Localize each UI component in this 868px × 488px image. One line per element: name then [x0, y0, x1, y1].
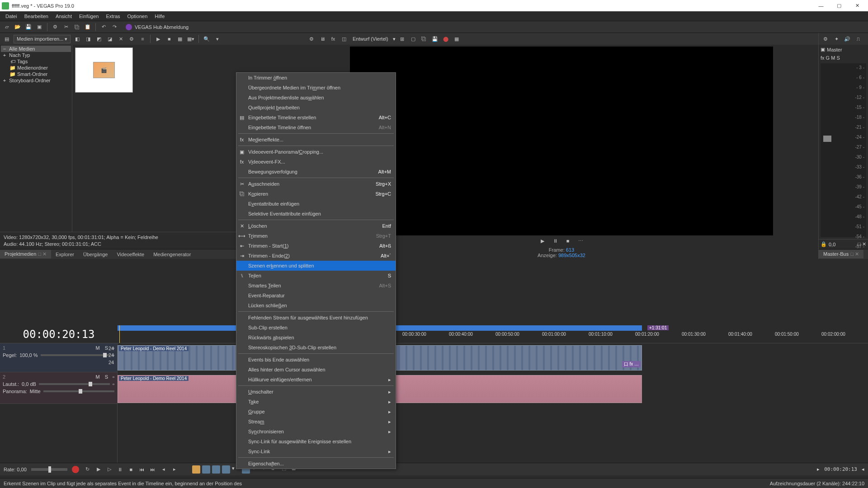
- media-thumb[interactable]: 🎬: [75, 47, 133, 93]
- marker-in-icon[interactable]: ▸: [817, 466, 820, 472]
- track2-more-icon[interactable]: ▫: [113, 381, 114, 387]
- ctx-trim-start[interactable]: ⇤Trimmen - Start(1)Alt+ß: [236, 241, 396, 251]
- tool-2[interactable]: [212, 465, 220, 474]
- properties-icon[interactable]: ⚙: [51, 23, 59, 31]
- pv-external-icon[interactable]: 🖥: [318, 35, 326, 43]
- media-tb-2[interactable]: ◨: [84, 35, 92, 43]
- pv-fx-icon[interactable]: fx: [329, 35, 337, 43]
- track2-fx-icon[interactable]: ▫: [113, 374, 114, 380]
- copy-icon[interactable]: ⿻: [73, 23, 81, 31]
- lock-icon[interactable]: 🔒: [821, 241, 827, 247]
- timeline-ruler[interactable]: +1:31:01 00:00:30:0000:00:40:0000:00:50:…: [118, 325, 868, 343]
- ctx-envelope[interactable]: Hüllkurve einfügen/entfernen▸: [236, 375, 396, 385]
- ctx-sync[interactable]: Synchronisieren▸: [236, 427, 396, 436]
- menu-options[interactable]: Optionen: [124, 12, 151, 20]
- save-icon[interactable]: 💾: [24, 23, 33, 31]
- pv-play-icon[interactable]: ▶: [538, 237, 547, 245]
- media-tb-3[interactable]: ◩: [95, 35, 103, 43]
- track1-ms[interactable]: M S: [96, 345, 110, 351]
- open-icon[interactable]: 📂: [14, 23, 22, 31]
- ctx-select-after-cursor[interactable]: Alles hinter dem Cursor auswählen: [236, 365, 396, 375]
- ctx-copy[interactable]: ⿻KopierenStrg+C: [236, 189, 396, 199]
- menu-file[interactable]: Datei: [2, 12, 21, 20]
- menu-view[interactable]: Ansicht: [52, 12, 75, 20]
- ctx-motion-track[interactable]: BewegungsverfolgungAlt+M: [236, 167, 396, 177]
- media-tb-5[interactable]: ✕: [117, 35, 125, 43]
- media-tb-1[interactable]: ◧: [73, 35, 81, 43]
- master-controls[interactable]: fx G M S: [819, 54, 868, 61]
- tree-media-bins[interactable]: 📁Medienordner: [1, 65, 71, 71]
- cut-icon[interactable]: ✂: [62, 23, 70, 31]
- ctx-trim-end[interactable]: ⇥Trimmen - Ende(2)Alt+´: [236, 251, 396, 261]
- pv-split-icon[interactable]: ◫: [340, 35, 348, 43]
- track-head-video[interactable]: 1M S▫ Pegel:100,0 %▫: [0, 343, 117, 372]
- dropdown-icon[interactable]: ▾: [213, 35, 222, 43]
- tool-normal[interactable]: [192, 465, 200, 474]
- tab-project-media[interactable]: Projektmedien□ ✕: [0, 250, 51, 258]
- track2-vol-slider[interactable]: [39, 383, 110, 385]
- track1-slider[interactable]: [41, 354, 110, 356]
- render-icon[interactable]: ▣: [35, 23, 43, 31]
- ctx-subclip[interactable]: Sub-Clip erstellen: [236, 323, 396, 333]
- view-icon[interactable]: ▦: [176, 35, 184, 43]
- media-tb-4[interactable]: ◪: [106, 35, 114, 43]
- tab-mediagen[interactable]: Mediengenerator: [149, 250, 195, 258]
- pv-record-icon[interactable]: ⬤: [442, 35, 450, 43]
- play-icon[interactable]: ▶: [154, 35, 162, 43]
- timeline-clips[interactable]: 242424 Peter Leopold - Demo Reel 2014 口 …: [118, 343, 868, 463]
- track2-pan-slider[interactable]: [43, 390, 114, 392]
- pv-save-icon[interactable]: 💾: [431, 35, 439, 43]
- pv-safe-icon[interactable]: ▢: [409, 35, 417, 43]
- tree-by-type[interactable]: +Nach Typ: [1, 52, 71, 58]
- ctx-take[interactable]: Take▸: [236, 397, 396, 407]
- ctx-group[interactable]: Gruppe▸: [236, 407, 396, 417]
- tree-tags[interactable]: 🏷Tags: [1, 58, 71, 65]
- tab-master-bus[interactable]: Master-Bus□ ✕: [819, 250, 863, 258]
- ctx-reverse[interactable]: Rückwärts abspielen: [236, 333, 396, 343]
- ctx-nest-create[interactable]: ▤Eingebettete Timeline erstellenAlt+C: [236, 113, 396, 122]
- tab-transitions[interactable]: Übergänge: [79, 250, 112, 258]
- goto-end-icon[interactable]: ⏭: [149, 465, 157, 474]
- pause-icon[interactable]: ⏸: [116, 465, 124, 474]
- footer-timecode[interactable]: 00:00:20:13: [824, 466, 857, 472]
- preview-viewport[interactable]: [350, 47, 773, 235]
- tree-all-media[interactable]: −Alle Medien: [1, 46, 71, 52]
- tool-3[interactable]: [222, 465, 230, 474]
- close-button[interactable]: ✕: [848, 0, 866, 11]
- redo-icon[interactable]: ↷: [110, 23, 118, 31]
- undo-icon[interactable]: ↶: [99, 23, 108, 31]
- menu-extras[interactable]: Extras: [102, 12, 123, 20]
- ctx-cut[interactable]: ✂AusschneidenStrg+X: [236, 179, 396, 189]
- pv-pause-icon[interactable]: ⏸: [551, 237, 559, 245]
- pv-stop-icon[interactable]: ■: [564, 237, 572, 245]
- ctx-select-to-end[interactable]: Events bis Ende auswählen: [236, 355, 396, 365]
- ctx-switches[interactable]: Umschalter▸: [236, 387, 396, 397]
- loop-icon[interactable]: ↻: [84, 465, 92, 474]
- pv-copy-icon[interactable]: ⿻: [420, 35, 428, 43]
- hub-link[interactable]: VEGAS Hub Abmeldung: [126, 24, 189, 30]
- pv-settings-icon[interactable]: ⚙: [307, 35, 316, 43]
- ctx-pan-crop[interactable]: ▣Videoevent-Panorama/Cropping...: [236, 147, 396, 157]
- ctx-properties[interactable]: Eigenschaften...: [236, 459, 396, 469]
- ctx-scene-detect[interactable]: Szenen erkennen und splitten: [236, 261, 396, 271]
- ctx-select-projectlist[interactable]: Aus Projektmedienliste auswählen: [236, 93, 396, 103]
- ctx-stream[interactable]: Stream▸: [236, 417, 396, 427]
- media-tb-7[interactable]: ≡: [138, 35, 146, 43]
- maximize-button[interactable]: ▢: [830, 0, 848, 11]
- master-sliders-icon[interactable]: ⎍: [854, 35, 862, 43]
- track-head-audio[interactable]: 2M S▫ Lautst.:0,0 dB▫ Panorama:Mitte: [0, 372, 117, 404]
- media-tb-6[interactable]: ⚙: [127, 35, 136, 43]
- rate-slider[interactable]: [31, 468, 67, 471]
- video-clip-fx[interactable]: 口 fx …: [622, 361, 641, 367]
- goto-start-icon[interactable]: ⏮: [138, 465, 146, 474]
- play-start-icon[interactable]: ▶: [94, 465, 103, 474]
- minimize-button[interactable]: —: [812, 0, 830, 11]
- marker-out-icon[interactable]: ◂: [862, 466, 864, 472]
- next-frame-icon[interactable]: ▸: [170, 465, 179, 474]
- record-button[interactable]: [72, 466, 79, 473]
- menu-edit[interactable]: Bearbeiten: [21, 12, 52, 20]
- tree-smart-bins[interactable]: 📁Smart-Ordner: [1, 71, 71, 77]
- stop-icon[interactable]: ■: [165, 35, 173, 43]
- pv-more2-icon[interactable]: ⋯: [576, 237, 585, 245]
- pv-grid-icon[interactable]: ⊞: [398, 35, 406, 43]
